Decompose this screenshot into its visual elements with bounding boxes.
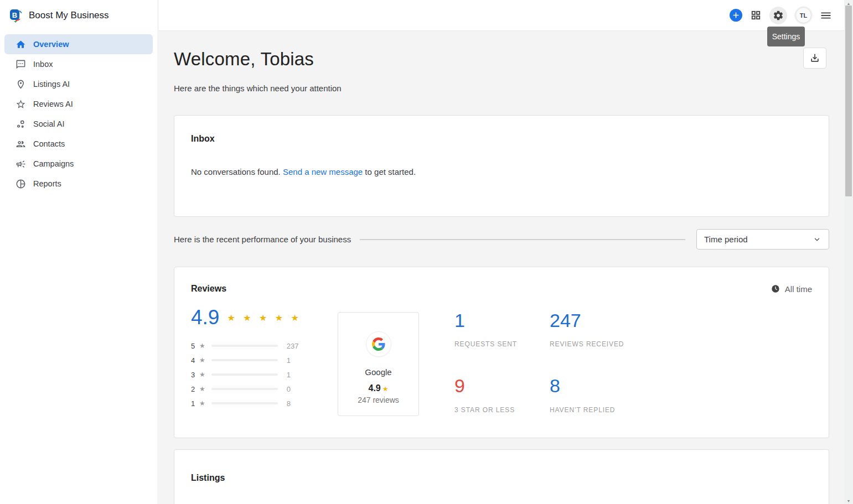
rating-count: 1 [287,371,291,379]
apps-grid-icon[interactable] [751,10,761,20]
all-time-label: All time [785,284,812,294]
sidebar-item-social-ai[interactable]: Social AI [4,114,153,134]
main-area: TL Welcome, Tobias Here are the things w… [159,0,844,504]
download-button[interactable] [803,48,826,69]
star-count: 1 [191,399,197,408]
sidebar-item-label: Reports [33,179,61,188]
gray-star-icon: ★ [199,399,205,407]
sidebar-item-label: Reviews AI [33,100,73,108]
sidebar-item-reports[interactable]: Reports [4,174,153,194]
amber-star-icon: ★ [382,385,389,393]
brand[interactable]: B Boost My Business [0,0,158,31]
distribution-row-1: 1 ★ 8 [191,396,321,411]
star-icon [15,98,26,110]
reviews-card: Reviews All time 4.9 ★ ★ ★ ★ ★ [174,267,829,438]
gray-star-icon: ★ [199,385,205,393]
sidebar-item-listings-ai[interactable]: Listings AI [4,74,153,94]
gray-star-icon: ★ [199,371,205,378]
stat-value: 8 [550,376,624,396]
location-pin-icon [15,79,26,90]
rating-bar-track [211,388,278,390]
distribution-row-5: 5 ★ 237 [191,339,321,353]
page-title: Welcome, Tobias [174,49,829,70]
send-new-message-link[interactable]: Send a new message [283,167,363,176]
rating-count: 0 [287,385,291,393]
top-bar: TL [159,0,844,31]
content-area[interactable]: Welcome, Tobias Here are the things whic… [159,31,844,504]
sidebar-item-label: Campaigns [33,159,74,168]
rating-summary: 4.9 ★ ★ ★ ★ ★ 5 ★ 237 4 ★ [191,306,321,416]
provider-rating: 4.9★ [368,383,388,393]
stat-label: 3 STAR OR LESS [454,406,550,414]
add-button[interactable] [730,9,742,22]
distribution-row-2: 2 ★ 0 [191,382,321,396]
stat-havent-replied: 8 HAVEN’T REPLIED [550,376,624,413]
provider-rating-value: 4.9 [368,383,380,393]
average-rating: 4.9 [191,306,219,329]
rating-bar-track [211,359,278,361]
svg-text:B: B [12,11,17,19]
app-title: Boost My Business [29,10,109,21]
sidebar-item-contacts[interactable]: Contacts [4,134,153,154]
rating-bar-track [211,345,278,347]
stat-label: HAVEN’T REPLIED [550,406,624,414]
bubbles-icon [15,118,26,129]
sidebar-item-reviews-ai[interactable]: Reviews AI [4,94,153,114]
stat-requests-sent: 1 REQUESTS SENT [454,310,550,348]
app-logo-icon: B [8,8,23,23]
inbox-card-title: Inbox [191,134,812,144]
pie-chart-icon [15,178,26,189]
sidebar-item-inbox[interactable]: Inbox [4,54,153,74]
menu-icon[interactable] [820,9,832,22]
reviews-card-title: Reviews [191,284,226,294]
clock-icon [771,284,780,293]
listings-card: Listings [174,449,829,504]
google-logo-icon [366,331,391,357]
people-icon [15,138,26,149]
sidebar-item-overview[interactable]: Overview [4,34,153,54]
stat-value: 1 [454,310,550,331]
rating-bar-track [211,402,278,404]
stat-value: 247 [550,310,624,331]
star-count: 4 [191,356,197,365]
sidebar-item-campaigns[interactable]: Campaigns [4,154,153,174]
star-count: 2 [191,385,197,393]
scrollbar[interactable]: ▲ ▼ [844,0,853,504]
avatar-initials: TL [800,12,807,19]
home-icon [15,39,26,50]
settings-tooltip-text: Settings [772,32,800,41]
inbox-empty-suffix: to get started. [363,167,416,176]
time-period-select[interactable]: Time period [696,229,829,250]
scrollbar-thumb[interactable] [845,6,852,196]
star-rating-icons: ★ ★ ★ ★ ★ [227,313,302,323]
inbox-empty-prefix: No conversations found. [191,167,283,176]
divider-line [360,239,685,240]
chat-icon [15,59,26,70]
stat-value: 9 [454,376,550,396]
rating-count: 237 [287,342,299,350]
gray-star-icon: ★ [199,342,205,350]
sidebar-item-label: Listings AI [33,80,70,89]
settings-gear-icon[interactable] [769,7,787,24]
rating-distribution: 5 ★ 237 4 ★ 1 3 ★ [191,339,321,411]
stat-reviews-received: 247 REVIEWS RECEIVED [550,310,624,348]
avatar[interactable]: TL [795,7,811,23]
inbox-card: Inbox No conversations found. Send a new… [174,115,829,217]
sidebar-item-label: Inbox [33,60,53,69]
performance-row: Here is the recent performance of your b… [174,229,829,250]
provider-review-count: 247 reviews [358,396,399,404]
review-stats: 1 REQUESTS SENT 247 REVIEWS RECEIVED 9 3… [454,310,624,416]
star-count: 3 [191,371,197,379]
all-time-filter[interactable]: All time [771,284,812,294]
scroll-down-arrow-icon[interactable]: ▼ [844,498,853,503]
sidebar-item-label: Contacts [33,139,65,148]
provider-name: Google [365,367,391,377]
gray-star-icon: ★ [199,356,205,364]
stat-three-star-or-less: 9 3 STAR OR LESS [454,376,550,413]
time-period-value: Time period [704,235,748,244]
sidebar-item-label: Social AI [33,119,64,128]
distribution-row-4: 4 ★ 1 [191,353,321,367]
listings-card-title: Listings [191,473,812,483]
google-provider-card[interactable]: Google 4.9★ 247 reviews [338,312,419,416]
megaphone-icon [15,158,26,169]
